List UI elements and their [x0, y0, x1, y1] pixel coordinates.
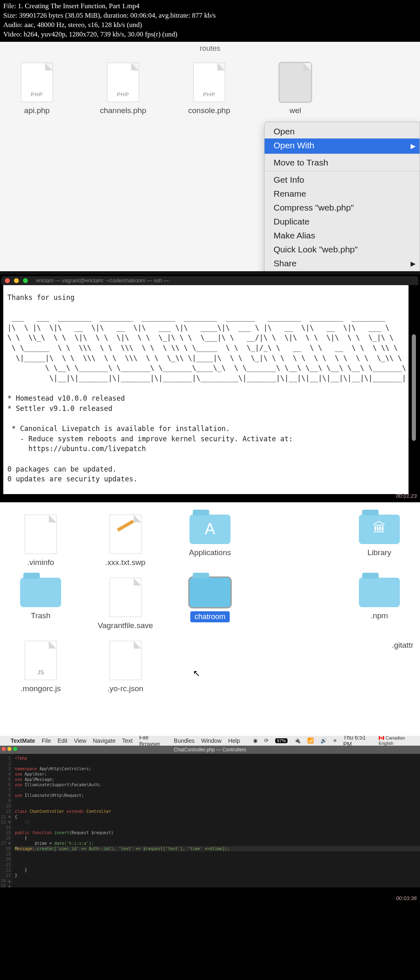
- file-yorc[interactable]: .yo-rc.json: [91, 641, 159, 693]
- file-viminfo[interactable]: .viminfo: [7, 515, 75, 567]
- zoom-icon[interactable]: [13, 747, 17, 751]
- scrollbar[interactable]: [412, 334, 416, 441]
- file-api[interactable]: PHP api.php: [12, 63, 62, 115]
- chevron-right-icon: ▶: [411, 259, 415, 267]
- volume-icon[interactable]: 🔊: [320, 737, 327, 744]
- menu-edit[interactable]: Edit: [57, 737, 67, 744]
- finder-routes-window: routes PHP api.php PHP channels.php PHP …: [0, 42, 420, 271]
- cursor-icon: ↖: [193, 668, 200, 679]
- menu-window[interactable]: Window: [201, 737, 221, 744]
- folder-icon: [189, 578, 231, 607]
- item-label: Applications: [176, 548, 244, 557]
- terminal-window: erictam — vagrant@erictam: ~/code/chatro…: [0, 274, 420, 502]
- terminal-title: erictam — vagrant@erictam: ~/code/chatro…: [36, 277, 169, 284]
- file-channels[interactable]: PHP channels.php: [98, 63, 148, 115]
- menu-bundles[interactable]: Bundles: [174, 737, 195, 744]
- file-row: PHP api.php PHP channels.php PHP console…: [0, 55, 420, 122]
- menu-open[interactable]: Open: [265, 125, 420, 138]
- record-icon[interactable]: ◉: [253, 737, 258, 744]
- folder-icon: [359, 578, 400, 607]
- code-editor[interactable]: <?php namespace App\Http\Controllers; us…: [12, 754, 420, 887]
- timestamp: 00:03:36: [396, 895, 417, 901]
- folder-gitattr[interactable]: .gitattr: [345, 641, 413, 693]
- menu-file[interactable]: File: [42, 737, 51, 744]
- line-gutter: 123456789101112 ▼13 ▼14151617 ▼181920212…: [0, 754, 12, 887]
- file-info-line: Video: h264, yuv420p, 1280x720, 739 kb/s…: [3, 30, 417, 39]
- php-file-icon: [279, 63, 311, 102]
- php-file-icon: PHP: [193, 63, 225, 102]
- menu-extra-icon[interactable]: ≡: [333, 737, 337, 744]
- menu-help[interactable]: Help: [228, 737, 240, 744]
- input-language[interactable]: 🇨🇦 Canadian English: [379, 735, 416, 746]
- folder-npm[interactable]: .npm: [345, 578, 413, 630]
- menu-alias[interactable]: Make Alias: [265, 229, 420, 243]
- refresh-icon[interactable]: ⟳: [264, 737, 269, 744]
- menu-quicklook[interactable]: Quick Look "web.php": [265, 243, 420, 256]
- item-label: .xxx.txt.swp: [91, 558, 159, 567]
- item-label: chatroom: [190, 611, 229, 622]
- folder-library[interactable]: 🏛 Library: [345, 515, 413, 567]
- menu-rename[interactable]: Rename: [265, 187, 420, 201]
- close-icon[interactable]: [5, 278, 10, 283]
- menu-trash[interactable]: Move to Trash: [265, 156, 420, 171]
- close-icon[interactable]: [2, 747, 6, 751]
- menu-view[interactable]: View: [74, 737, 86, 744]
- minimize-icon[interactable]: [7, 747, 11, 751]
- zoom-icon[interactable]: [23, 278, 28, 283]
- textmate-footer: 00:03:36: [0, 887, 420, 904]
- file-mongorc[interactable]: JS .mongorc.js: [7, 641, 75, 693]
- menu-compress[interactable]: Compress "web.php": [265, 201, 420, 215]
- folder-applications[interactable]: A Applications: [176, 515, 244, 567]
- power-icon[interactable]: 🔌: [294, 737, 301, 744]
- file-icon: [110, 641, 142, 680]
- menu-open-with[interactable]: Open With▶: [265, 138, 420, 154]
- item-label: .viminfo: [7, 558, 75, 567]
- menu-navigate[interactable]: Navigate: [93, 737, 115, 744]
- file-info-block: File: 1. Creating The Insert Function, P…: [0, 0, 420, 42]
- file-icon: [25, 515, 57, 554]
- file-info-line: File: 1. Creating The Insert Function, P…: [3, 2, 417, 11]
- folder-trash[interactable]: Trash: [7, 578, 75, 630]
- file-info-line: Audio: aac, 48000 Hz, stereo, s16, 128 k…: [3, 20, 417, 30]
- folder-icon: A: [189, 515, 231, 544]
- item-label: Vagrantfile.save: [91, 621, 159, 630]
- menu-text[interactable]: Text: [122, 737, 133, 744]
- textmate-window: TextMate File Edit View Navigate Text Fi…: [0, 736, 420, 904]
- item-label: Library: [345, 548, 413, 557]
- textmate-titlebar: ChatController.php — Controllers: [0, 746, 420, 754]
- app-name[interactable]: TextMate: [11, 737, 35, 744]
- file-swp[interactable]: .xxx.txt.swp: [91, 515, 159, 567]
- menu-quickactions[interactable]: Quick Actions▶: [265, 270, 420, 271]
- timestamp: 00:01:23: [396, 493, 417, 499]
- terminal-body[interactable]: Thanks for using ___ ___ ________ ______…: [2, 285, 418, 494]
- item-label: .yo-rc.json: [91, 684, 159, 693]
- menu-duplicate[interactable]: Duplicate: [265, 215, 420, 229]
- item-label: .mongorc.js: [7, 684, 75, 693]
- menu-getinfo[interactable]: Get Info: [265, 173, 420, 187]
- file-label: console.php: [185, 106, 234, 115]
- library-icon: 🏛: [373, 520, 386, 535]
- menu-share[interactable]: Share▶: [265, 256, 420, 270]
- file-label: api.php: [12, 106, 62, 115]
- file-console[interactable]: PHP console.php: [185, 63, 234, 115]
- chevron-right-icon: ▶: [411, 142, 415, 150]
- finder-title: routes: [0, 42, 420, 55]
- file-web-selected[interactable]: wel: [271, 63, 320, 115]
- minimize-icon[interactable]: [14, 278, 19, 283]
- applications-icon: A: [205, 520, 215, 538]
- file-icon: JS: [25, 641, 57, 680]
- file-info-line: Size: 39901726 bytes (38.05 MiB), durati…: [3, 11, 417, 20]
- item-label: .npm: [345, 611, 413, 620]
- document-title: ChatController.php — Controllers: [174, 747, 247, 753]
- finder-home-window: .viminfo .xxx.txt.swp A Applications 🏛 L…: [0, 502, 420, 736]
- terminal-titlebar: erictam — vagrant@erictam: ~/code/chatro…: [2, 276, 418, 285]
- file-icon: [110, 578, 142, 617]
- folder-chatroom-selected[interactable]: chatroom: [176, 578, 244, 630]
- wifi-icon[interactable]: 📶: [307, 737, 314, 744]
- context-menu: Open Open With▶ Move to Trash Get Info R…: [264, 122, 420, 271]
- folder-icon: 🏛: [359, 515, 400, 544]
- file-label: channels.php: [98, 106, 148, 115]
- file-vagrant[interactable]: Vagrantfile.save: [91, 578, 159, 630]
- folder-icon: [20, 578, 61, 607]
- php-file-icon: PHP: [21, 63, 53, 102]
